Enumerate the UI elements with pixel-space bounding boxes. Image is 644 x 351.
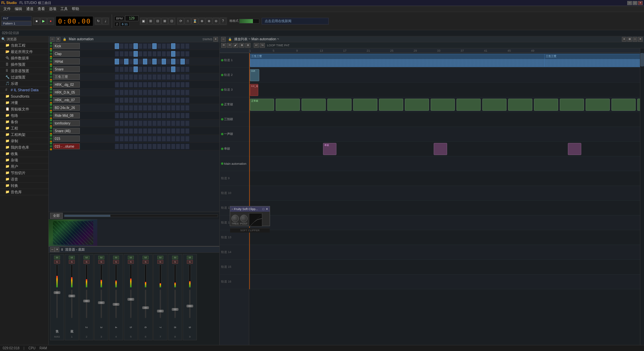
step-4-8[interactable] [152, 74, 157, 80]
step-12-11[interactable] [166, 136, 171, 142]
clip-drums-6[interactable] [405, 99, 429, 111]
step-12-5[interactable] [138, 136, 143, 142]
step-6-8[interactable] [152, 90, 157, 95]
step-2-6[interactable] [143, 59, 147, 64]
step-10-0[interactable] [115, 120, 119, 126]
step-13-15[interactable] [185, 144, 190, 149]
step-12-4[interactable] [133, 136, 138, 142]
sidebar-item-recent[interactable]: 📂 最近所用文件 [0, 49, 48, 55]
soft-clipper-btn[interactable]: SOFT CLIPPER [240, 229, 260, 232]
ch-fader-2[interactable] [86, 290, 87, 318]
fx-btn-4[interactable]: ⊗ [199, 18, 205, 24]
step-11-0[interactable] [115, 128, 119, 134]
step-7-3[interactable] [129, 97, 133, 103]
step-1-9[interactable] [157, 51, 161, 57]
step-5-5[interactable] [138, 82, 143, 88]
sidebar-item-soundfonts[interactable]: 📁 Soundfonts [0, 93, 48, 100]
step-3-15[interactable] [185, 66, 190, 72]
row-name-12[interactable]: 015 [53, 136, 80, 142]
row-dot-a-12[interactable] [50, 134, 52, 137]
clip-chuang-1[interactable] [434, 143, 447, 155]
ch-fader-thumb-9[interactable] [186, 305, 193, 307]
clip-track3[interactable]: 0.0_临 [250, 84, 258, 96]
close-button[interactable]: ✕ [638, 1, 643, 5]
row-dot-a-11[interactable] [50, 127, 52, 129]
step-10-1[interactable] [119, 120, 124, 126]
step-6-12[interactable] [171, 90, 175, 95]
step-5-11[interactable] [166, 82, 171, 88]
pl-track-5[interactable] [249, 127, 640, 142]
step-2-2[interactable] [124, 59, 128, 64]
record-button[interactable]: ● [47, 18, 54, 24]
clip-track2[interactable]: 015 [250, 69, 259, 81]
ch-fader-thumb-0[interactable] [54, 291, 60, 294]
step-11-7[interactable] [148, 128, 152, 134]
row-name-5[interactable]: HRK_.dg_02 [53, 82, 80, 88]
step-13-11[interactable] [166, 144, 171, 149]
step-1-12[interactable] [171, 51, 175, 57]
row-dot-b-13[interactable] [50, 145, 52, 148]
step-12-2[interactable] [124, 136, 128, 142]
step-13-2[interactable] [124, 144, 128, 149]
step-11-1[interactable] [119, 128, 124, 134]
ch-fader-1[interactable] [71, 290, 72, 318]
ch-fader-thumb-8[interactable] [172, 308, 178, 311]
step-9-14[interactable] [180, 113, 185, 118]
step-9-15[interactable] [185, 113, 190, 118]
ch-fader-6[interactable] [145, 290, 146, 318]
step-7-14[interactable] [180, 97, 185, 103]
step-6-1[interactable] [119, 90, 124, 95]
row-dot-a-10[interactable] [50, 119, 52, 121]
step-5-13[interactable] [176, 82, 180, 88]
step-13-5[interactable] [138, 144, 143, 149]
fx-btn-5[interactable]: ⊕ [206, 18, 212, 24]
step-0-3[interactable] [129, 43, 133, 49]
pl-min-btn[interactable]: ─ [221, 37, 226, 42]
row-dot-b-11[interactable] [50, 130, 52, 132]
step-3-11[interactable] [166, 66, 171, 72]
step-7-12[interactable] [171, 97, 175, 103]
step-13-8[interactable] [152, 144, 157, 149]
clip-drums-3[interactable] [327, 99, 352, 111]
step-1-4[interactable] [133, 51, 138, 57]
step-11-12[interactable] [171, 128, 175, 134]
step-3-5[interactable] [138, 66, 143, 72]
track-mute-3beat[interactable] [221, 118, 223, 120]
track-mute-chuang[interactable] [221, 148, 223, 150]
track-mute-1drum[interactable] [221, 133, 223, 135]
pl-tool-5[interactable]: ⊖ [245, 43, 251, 48]
ch-btn-7[interactable]: M [157, 256, 163, 259]
step-3-14[interactable] [180, 66, 185, 72]
step-0-1[interactable] [119, 43, 124, 49]
step-4-3[interactable] [129, 74, 133, 80]
step-12-1[interactable] [119, 136, 124, 142]
plugin-pin-btn[interactable]: ✕ [266, 207, 268, 211]
row-name-4[interactable]: 三生三世 [53, 74, 80, 80]
step-11-2[interactable] [124, 128, 128, 134]
clip-drums-12[interactable] [560, 99, 584, 111]
step-0-2[interactable] [124, 43, 128, 49]
sidebar-item-user[interactable]: 📁 用户 [0, 163, 48, 170]
track-mute-drums[interactable] [221, 103, 223, 106]
maximize-button[interactable]: □ [633, 1, 637, 5]
mode-btn-4[interactable]: ⊠ [161, 18, 168, 24]
post-knob[interactable] [240, 215, 248, 222]
pl-track-3[interactable]: 正常鼓 [249, 97, 640, 112]
step-4-14[interactable] [180, 74, 185, 80]
step-10-8[interactable] [152, 120, 157, 126]
step-2-0[interactable] [115, 59, 119, 64]
step-0-7[interactable] [148, 43, 152, 49]
step-10-13[interactable] [176, 120, 180, 126]
row-dot-a-4[interactable] [50, 72, 52, 75]
ch-btn-3[interactable]: M [98, 256, 104, 259]
step-3-1[interactable] [119, 66, 124, 72]
sidebar-item-mixer-preset[interactable]: 🎚 混音器预置 [0, 68, 48, 74]
step-13-0[interactable] [115, 144, 119, 149]
step-10-11[interactable] [166, 120, 171, 126]
step-5-1[interactable] [119, 82, 124, 88]
playlist-content[interactable]: 15913172125293337414549 三生三世 三生三世 0150.0… [249, 48, 640, 345]
step-1-5[interactable] [138, 51, 143, 57]
row-dot-a-7[interactable] [50, 96, 52, 98]
sidebar-item-score[interactable]: 🎵 乐谱 [0, 81, 48, 87]
row-dot-a-6[interactable] [50, 88, 52, 91]
